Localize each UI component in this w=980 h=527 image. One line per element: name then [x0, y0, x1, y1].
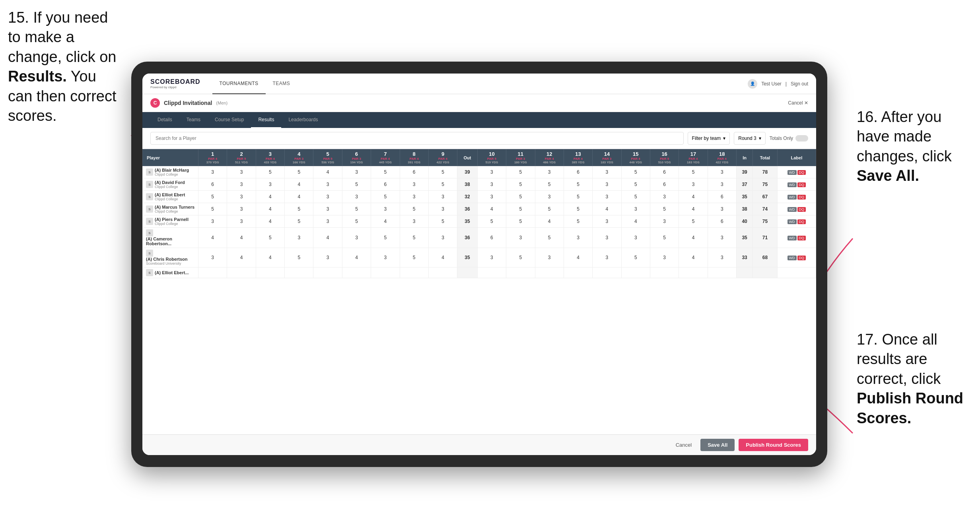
hole-7-score[interactable]: 4 — [371, 215, 400, 228]
hole-10-score[interactable]: 3 — [477, 166, 506, 178]
hole-12-score[interactable]: 3 — [535, 166, 564, 178]
hole-16-score[interactable]: 6 — [650, 178, 679, 191]
hole-8-score[interactable] — [400, 267, 428, 278]
hole-12-score[interactable]: 4 — [535, 215, 564, 228]
hole-1-score[interactable]: 5 — [198, 191, 227, 203]
hole-7-score[interactable] — [371, 267, 400, 278]
hole-1-score[interactable]: 3 — [198, 248, 227, 267]
hole-5-score[interactable]: 3 — [313, 215, 342, 228]
hole-9-score[interactable]: 4 — [428, 248, 457, 267]
hole-4-score[interactable]: 5 — [285, 166, 313, 178]
hole-13-score[interactable]: 5 — [564, 178, 592, 191]
hole-8-score[interactable]: 3 — [400, 191, 428, 203]
hole-5-score[interactable]: 3 — [313, 191, 342, 203]
hole-13-score[interactable]: 4 — [564, 248, 592, 267]
hole-10-score[interactable]: 4 — [477, 203, 506, 215]
tab-details[interactable]: Details — [150, 112, 179, 128]
hole-10-score[interactable]: 3 — [477, 191, 506, 203]
hole-18-score[interactable]: 6 — [708, 215, 736, 228]
sign-out-link[interactable]: Sign out — [791, 81, 808, 87]
hole-1-score[interactable]: 4 — [198, 228, 227, 248]
dq-label[interactable]: DQ — [797, 236, 806, 240]
hole-7-score[interactable]: 6 — [371, 178, 400, 191]
hole-10-score[interactable]: 6 — [477, 228, 506, 248]
hole-16-score[interactable] — [650, 267, 679, 278]
hole-4-score[interactable]: 3 — [285, 228, 313, 248]
hole-15-score[interactable]: 5 — [621, 178, 650, 191]
hole-12-score[interactable]: 5 — [535, 178, 564, 191]
search-input[interactable] — [150, 132, 684, 145]
hole-2-score[interactable]: 3 — [227, 215, 256, 228]
hole-11-score[interactable]: 5 — [506, 203, 535, 215]
hole-11-score[interactable]: 3 — [506, 228, 535, 248]
hole-15-score[interactable]: 3 — [621, 203, 650, 215]
dq-label[interactable]: DQ — [797, 207, 806, 212]
hole-9-score[interactable]: 3 — [428, 228, 457, 248]
hole-11-score[interactable]: 5 — [506, 215, 535, 228]
round-dropdown[interactable]: Round 3 ▾ — [734, 132, 765, 145]
hole-2-score[interactable]: 3 — [227, 191, 256, 203]
hole-17-score[interactable]: 4 — [679, 248, 708, 267]
hole-10-score[interactable]: 3 — [477, 248, 506, 267]
hole-3-score[interactable]: 5 — [256, 166, 284, 178]
hole-3-score[interactable]: 4 — [256, 191, 284, 203]
hole-9-score[interactable]: 5 — [428, 178, 457, 191]
hole-11-score[interactable]: 5 — [506, 178, 535, 191]
totals-toggle-switch[interactable] — [795, 135, 808, 141]
hole-12-score[interactable]: 3 — [535, 248, 564, 267]
hole-5-score[interactable]: 3 — [313, 248, 342, 267]
hole-18-score[interactable]: 3 — [708, 166, 736, 178]
hole-6-score[interactable]: 3 — [342, 166, 371, 178]
hole-16-score[interactable]: 5 — [650, 203, 679, 215]
hole-16-score[interactable]: 3 — [650, 248, 679, 267]
hole-8-score[interactable]: 5 — [400, 228, 428, 248]
dq-label[interactable]: DQ — [797, 195, 806, 200]
hole-4-score[interactable]: 4 — [285, 178, 313, 191]
hole-17-score[interactable]: 5 — [679, 166, 708, 178]
wd-label[interactable]: WD — [788, 182, 797, 187]
dq-label[interactable]: DQ — [797, 219, 806, 224]
hole-14-score[interactable]: 3 — [593, 248, 621, 267]
hole-14-score[interactable]: 3 — [593, 228, 621, 248]
hole-14-score[interactable]: 4 — [593, 203, 621, 215]
hole-18-score[interactable]: 3 — [708, 248, 736, 267]
hole-18-score[interactable]: 3 — [708, 203, 736, 215]
hole-12-score[interactable]: 3 — [535, 191, 564, 203]
hole-17-score[interactable]: 3 — [679, 178, 708, 191]
dq-label[interactable]: DQ — [797, 170, 806, 175]
cancel-tournament-button[interactable]: Cancel ✕ — [788, 100, 808, 106]
hole-7-score[interactable]: 5 — [371, 228, 400, 248]
hole-6-score[interactable]: 5 — [342, 215, 371, 228]
hole-2-score[interactable]: 4 — [227, 248, 256, 267]
hole-1-score[interactable]: 5 — [198, 203, 227, 215]
hole-13-score[interactable]: 5 — [564, 215, 592, 228]
hole-5-score[interactable]: 4 — [313, 166, 342, 178]
hole-6-score[interactable]: 3 — [342, 191, 371, 203]
hole-15-score[interactable]: 5 — [621, 248, 650, 267]
hole-4-score[interactable]: 5 — [285, 248, 313, 267]
hole-6-score[interactable] — [342, 267, 371, 278]
hole-2-score[interactable]: 3 — [227, 166, 256, 178]
hole-1-score[interactable]: 3 — [198, 215, 227, 228]
wd-label[interactable]: WD — [788, 195, 797, 200]
hole-4-score[interactable]: 5 — [285, 215, 313, 228]
dq-label[interactable]: DQ — [797, 182, 806, 187]
hole-8-score[interactable]: 5 — [400, 203, 428, 215]
hole-18-score[interactable]: 3 — [708, 178, 736, 191]
save-all-button[interactable]: Save All — [700, 439, 735, 451]
hole-12-score[interactable]: 5 — [535, 203, 564, 215]
hole-1-score[interactable] — [198, 267, 227, 278]
hole-5-score[interactable]: 3 — [313, 178, 342, 191]
hole-15-score[interactable] — [621, 267, 650, 278]
hole-15-score[interactable]: 5 — [621, 191, 650, 203]
hole-17-score[interactable]: 5 — [679, 215, 708, 228]
hole-11-score[interactable] — [506, 267, 535, 278]
hole-2-score[interactable] — [227, 267, 256, 278]
hole-6-score[interactable]: 5 — [342, 178, 371, 191]
hole-3-score[interactable]: 4 — [256, 248, 284, 267]
hole-17-score[interactable]: 4 — [679, 203, 708, 215]
hole-16-score[interactable]: 5 — [650, 228, 679, 248]
hole-17-score[interactable]: 4 — [679, 191, 708, 203]
hole-9-score[interactable]: 3 — [428, 191, 457, 203]
hole-13-score[interactable]: 6 — [564, 166, 592, 178]
